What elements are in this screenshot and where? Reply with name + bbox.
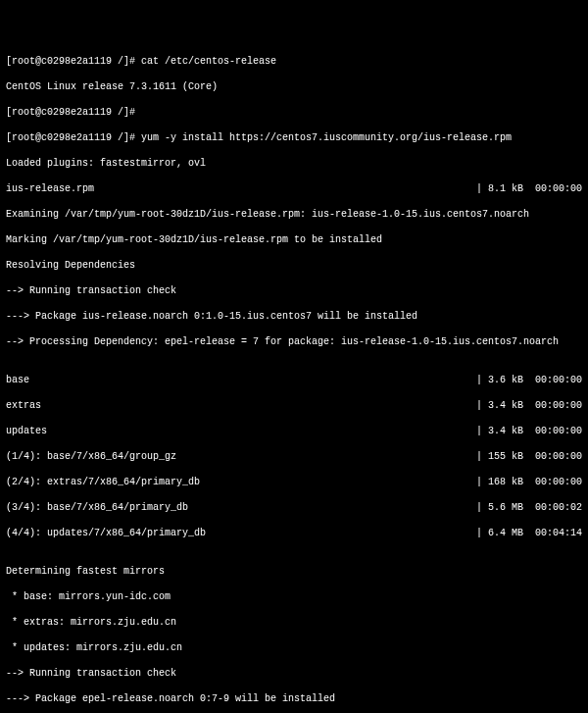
repo-name: base (6, 374, 29, 386)
mirror-updates: * updates: mirrors.zju.edu.cn (6, 641, 582, 654)
repo-file-2: (2/4): extras/7/x86_64/primary_db | 168 … (6, 476, 582, 488)
repo-updates: updates | 3.4 kB 00:00:00 (6, 425, 582, 437)
trans-check-1: --> Running transaction check (6, 284, 582, 297)
trans-check-2: --> Running transaction check (6, 667, 582, 680)
prompt-empty: [root@c0298e2a1119 /]# (6, 106, 582, 119)
repo-size-time: | 3.4 kB 00:00:00 (476, 399, 582, 412)
repo-file-4: (4/4): updates/7/x86_64/primary_db | 6.4… (6, 527, 582, 539)
download-name: ius-release.rpm (6, 182, 94, 195)
repo-size-time: | 3.6 kB 00:00:00 (476, 374, 582, 386)
repo-size-time: | 3.4 kB 00:00:00 (476, 425, 582, 437)
repo-file-1: (1/4): base/7/x86_64/group_gz | 155 kB 0… (6, 450, 582, 463)
repo-file-size-time: | 155 kB 00:00:00 (476, 450, 582, 463)
terminal-output: { "lines": { "l1": "[root@c0298e2a1119 /… (0, 0, 588, 713)
repo-file-name: (3/4): base/7/x86_64/primary_db (6, 501, 188, 514)
centos-release-output: CentOS Linux release 7.3.1611 (Core) (6, 80, 582, 93)
download-size-time: | 8.1 kB 00:00:00 (476, 182, 582, 195)
repo-file-3: (3/4): base/7/x86_64/primary_db | 5.6 MB… (6, 501, 582, 514)
mirror-extras: * extras: mirrors.zju.edu.cn (6, 616, 582, 629)
loaded-plugins: Loaded plugins: fastestmirror, ovl (6, 157, 582, 170)
mirror-base: * base: mirrors.yun-idc.com (6, 590, 582, 603)
repo-file-size-time: | 168 kB 00:00:00 (476, 476, 582, 488)
repo-file-name: (4/4): updates/7/x86_64/primary_db (6, 527, 206, 539)
download-ius-release: ius-release.rpm | 8.1 kB 00:00:00 (6, 182, 582, 195)
repo-extras: extras | 3.4 kB 00:00:00 (6, 399, 582, 412)
repo-file-size-time: | 5.6 MB 00:00:02 (476, 501, 582, 514)
prompt-cat: [root@c0298e2a1119 /]# cat /etc/centos-r… (6, 55, 582, 68)
prompt-yum-install: [root@c0298e2a1119 /]# yum -y install ht… (6, 131, 582, 144)
repo-base: base | 3.6 kB 00:00:00 (6, 374, 582, 386)
pkg-epel-will-install: ---> Package epel-release.noarch 0:7-9 w… (6, 692, 582, 705)
processing-dep: --> Processing Dependency: epel-release … (6, 335, 582, 348)
repo-file-name: (2/4): extras/7/x86_64/primary_db (6, 476, 200, 488)
repo-name: updates (6, 425, 47, 437)
repo-file-name: (1/4): base/7/x86_64/group_gz (6, 450, 176, 463)
repo-file-size-time: | 6.4 MB 00:04:14 (476, 527, 582, 539)
examining-line: Examining /var/tmp/yum-root-30dz1D/ius-r… (6, 208, 582, 221)
marking-line: Marking /var/tmp/yum-root-30dz1D/ius-rel… (6, 233, 582, 246)
repo-name: extras (6, 399, 41, 412)
resolving-deps: Resolving Dependencies (6, 259, 582, 272)
pkg-ius-will-install: ---> Package ius-release.noarch 0:1.0-15… (6, 310, 582, 323)
fastest-mirrors: Determining fastest mirrors (6, 565, 582, 578)
